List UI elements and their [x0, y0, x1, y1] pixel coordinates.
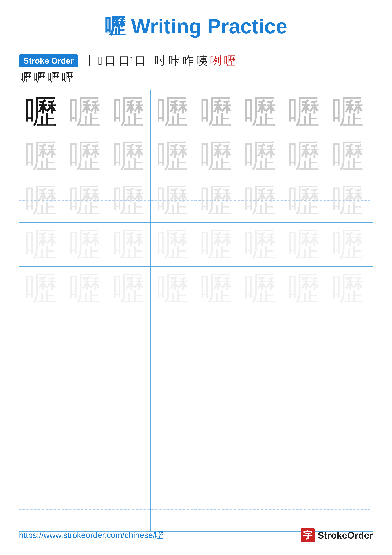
grid-cell: [326, 443, 370, 487]
stroke-order-section: Stroke Order 丨 𠃋 口 口' 口⁺ 吋 咔 咋 咦 咧 嚦 嚦 嚦…: [19, 53, 373, 85]
cell-character: 嚦: [332, 229, 364, 260]
grid-cell: 嚦: [326, 223, 370, 266]
grid-row: [19, 355, 373, 399]
cell-character: 嚦: [113, 229, 144, 260]
grid-cell: [282, 488, 326, 531]
grid-cell: [107, 399, 151, 443]
grid-cell: [282, 399, 326, 443]
grid-cell: 嚦: [107, 178, 151, 222]
cell-character: 嚦: [157, 185, 188, 216]
grid-cell: [107, 443, 151, 487]
cell-character: 嚦: [157, 229, 188, 260]
stroke-s6: 吋: [155, 53, 166, 68]
grid-cell: [238, 399, 282, 443]
grid-cell: [194, 311, 238, 355]
cell-character: 嚦: [25, 96, 57, 128]
grid-cell: [107, 311, 151, 355]
grid-cell: 嚦: [194, 134, 238, 178]
stroke-order-line1: Stroke Order 丨 𠃋 口 口' 口⁺ 吋 咔 咋 咦 咧 嚦: [19, 53, 373, 68]
cell-character: 嚦: [69, 185, 101, 216]
stroke-s14: 嚦: [48, 70, 59, 85]
grid-cell: 嚦: [19, 90, 63, 134]
grid-cell: [107, 488, 151, 531]
cell-character: 嚦: [332, 273, 364, 305]
grid-cell: 嚦: [238, 223, 282, 266]
grid-cell: [63, 443, 107, 487]
grid-cell: 嚦: [63, 134, 107, 178]
stroke-s3: 口: [105, 53, 116, 68]
cell-character: 嚦: [69, 96, 101, 128]
grid-cell: [194, 443, 238, 487]
grid-row: 嚦嚦嚦嚦嚦嚦嚦嚦: [19, 90, 373, 134]
grid-cell: [151, 443, 194, 487]
grid-cell: [19, 399, 63, 443]
grid-cell: [194, 399, 238, 443]
grid-cell: [19, 488, 63, 531]
page: 嚦 Writing Practice Stroke Order 丨 𠃋 口 口'…: [0, 0, 392, 555]
cell-character: 嚦: [288, 140, 320, 172]
grid-cell: 嚦: [63, 267, 107, 311]
grid-cell: 嚦: [107, 267, 151, 311]
grid-cell: [326, 311, 370, 355]
cell-character: 嚦: [244, 185, 276, 216]
stroke-s8: 咋: [182, 53, 194, 68]
grid-cell: 嚦: [63, 223, 107, 266]
grid-cell: [63, 399, 107, 443]
grid-cell: [63, 355, 107, 399]
grid-cell: 嚦: [151, 267, 194, 311]
grid-cell: 嚦: [19, 178, 63, 222]
grid-cell: [19, 311, 63, 355]
grid-cell: 嚦: [63, 178, 107, 222]
grid-cell: 嚦: [238, 267, 282, 311]
cell-character: 嚦: [113, 273, 144, 305]
grid-cell: 嚦: [282, 134, 326, 178]
grid-cell: [19, 443, 63, 487]
cell-character: 嚦: [69, 140, 101, 172]
grid-cell: 嚦: [282, 267, 326, 311]
cell-character: 嚦: [25, 185, 57, 216]
grid-cell: 嚦: [194, 90, 238, 134]
grid-cell: 嚦: [107, 223, 151, 266]
grid-cell: [151, 488, 194, 531]
grid-row: 嚦嚦嚦嚦嚦嚦嚦嚦: [19, 134, 373, 178]
grid-row: 嚦嚦嚦嚦嚦嚦嚦嚦: [19, 178, 373, 223]
grid-cell: 嚦: [282, 223, 326, 266]
grid-cell: [107, 355, 151, 399]
cell-character: 嚦: [157, 96, 188, 128]
cell-character: 嚦: [113, 96, 144, 128]
grid-cell: [238, 311, 282, 355]
stroke-order-badge: Stroke Order: [19, 54, 78, 67]
stroke-s4: 口': [119, 53, 132, 68]
grid-cell: 嚦: [151, 223, 194, 266]
grid-cell: 嚦: [326, 267, 370, 311]
grid-cell: 嚦: [194, 223, 238, 266]
cell-character: 嚦: [113, 140, 144, 172]
grid-cell: 嚦: [238, 90, 282, 134]
grid-cell: 嚦: [282, 178, 326, 222]
grid-cell: 嚦: [194, 178, 238, 222]
cell-character: 嚦: [25, 229, 57, 260]
cell-character: 嚦: [288, 185, 320, 216]
grid-cell: [282, 443, 326, 487]
stroke-s10: 咧: [210, 53, 221, 68]
grid-cell: 嚦: [19, 267, 63, 311]
stroke-s15: 嚦: [62, 70, 73, 85]
practice-grid: 嚦嚦嚦嚦嚦嚦嚦嚦嚦嚦嚦嚦嚦嚦嚦嚦嚦嚦嚦嚦嚦嚦嚦嚦嚦嚦嚦嚦嚦嚦嚦嚦嚦嚦嚦嚦嚦嚦嚦嚦: [19, 90, 373, 532]
cell-character: 嚦: [157, 140, 188, 172]
grid-cell: 嚦: [282, 90, 326, 134]
stroke-s9: 咦: [196, 53, 208, 68]
brand-icon: 字: [301, 528, 315, 542]
grid-cell: 嚦: [238, 178, 282, 222]
grid-cell: [194, 355, 238, 399]
cell-character: 嚦: [25, 273, 57, 305]
cell-character: 嚦: [200, 185, 232, 216]
cell-character: 嚦: [244, 229, 276, 260]
stroke-s2: 𠃋: [98, 54, 102, 67]
cell-character: 嚦: [244, 140, 276, 172]
grid-row: [19, 488, 373, 531]
grid-cell: [19, 355, 63, 399]
grid-cell: [63, 488, 107, 531]
cell-character: 嚦: [332, 140, 364, 172]
stroke-s13: 嚦: [34, 70, 46, 85]
grid-cell: [282, 355, 326, 399]
